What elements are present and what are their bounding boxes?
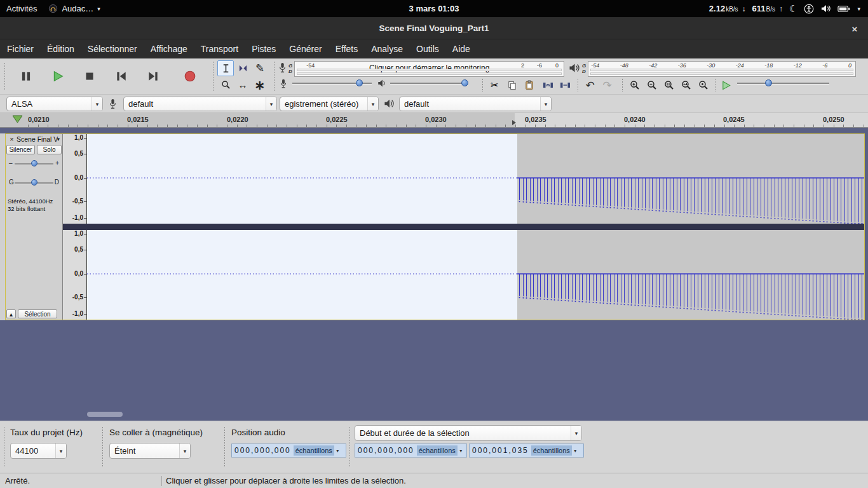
audio-host-combobox[interactable]: ALSA ▾ bbox=[6, 97, 103, 111]
zoom-tool-button[interactable] bbox=[217, 77, 234, 93]
zoom-toggle-button[interactable] bbox=[695, 78, 711, 93]
vertical-scale-ch1[interactable]: 1,0 0,5 0,0 -0,5 -1,0 bbox=[63, 134, 87, 224]
menu-affichage[interactable]: Affichage bbox=[144, 41, 194, 57]
playback-volume-slider[interactable] bbox=[390, 79, 465, 88]
toolbar-gripper[interactable] bbox=[482, 78, 484, 92]
channel-separator[interactable] bbox=[63, 224, 864, 230]
audio-position-field[interactable]: 000,000,000 échantillons ▾ bbox=[231, 444, 346, 458]
chevron-down-icon[interactable]: ▾ bbox=[458, 448, 465, 454]
envelope-tool-button[interactable] bbox=[234, 60, 251, 76]
toolbar-gripper[interactable] bbox=[621, 78, 623, 92]
solo-button[interactable]: Solo bbox=[37, 145, 62, 154]
trim-outside-selection-button[interactable] bbox=[540, 78, 556, 93]
cut-button[interactable]: ✂ bbox=[487, 78, 503, 93]
toolbar-gripper[interactable] bbox=[714, 78, 716, 92]
copy-button[interactable] bbox=[504, 78, 520, 93]
menu-aide[interactable]: Aide bbox=[446, 41, 477, 57]
toolbar-gripper[interactable] bbox=[577, 78, 579, 92]
recording-device-combobox[interactable]: default ▾ bbox=[123, 97, 277, 111]
gain-slider[interactable]: – + bbox=[7, 158, 61, 168]
track-format-info: 32 bits flottant bbox=[8, 205, 45, 212]
menu-analyse[interactable]: Analyse bbox=[365, 41, 409, 57]
zoom-out-button[interactable] bbox=[644, 78, 660, 93]
window-close-button[interactable]: × bbox=[848, 22, 862, 36]
timeline-ruler[interactable]: 0,0210 0,0215 0,0220 0,0225 0,0230 0,023… bbox=[0, 113, 868, 128]
slider-thumb[interactable] bbox=[461, 79, 468, 86]
timeline-options-pin-icon[interactable] bbox=[12, 115, 23, 125]
timeshift-tool-button[interactable]: ↔ bbox=[234, 77, 251, 93]
snap-to-combobox[interactable]: Éteint ▾ bbox=[109, 443, 191, 459]
menu-outils[interactable]: Outils bbox=[410, 41, 445, 57]
menu-effets[interactable]: Effets bbox=[329, 41, 365, 57]
toolbar-gripper[interactable] bbox=[212, 61, 214, 92]
play-button[interactable] bbox=[46, 64, 70, 89]
system-tray[interactable]: 2.12kB/s ↓ 611B/s ↑ ☾ ▾ bbox=[709, 3, 868, 15]
recording-volume-slider[interactable] bbox=[292, 79, 372, 88]
toolbar-gripper[interactable] bbox=[4, 62, 6, 91]
playback-meter-body[interactable]: -54-48-42-36-30-24-18-12-60 bbox=[588, 61, 856, 77]
vertical-scale-ch2[interactable]: 1,0 0,5 0,0 -0,5 -1,0 bbox=[63, 230, 87, 320]
paste-button[interactable] bbox=[521, 78, 537, 93]
play-at-speed-button[interactable] bbox=[718, 78, 734, 93]
speaker-icon bbox=[384, 98, 395, 111]
skip-to-end-button[interactable] bbox=[141, 64, 165, 89]
zoom-to-selection-button[interactable] bbox=[661, 78, 677, 93]
track-select-button[interactable]: Sélection bbox=[18, 309, 57, 318]
pause-button[interactable] bbox=[14, 64, 38, 89]
chevron-down-icon[interactable]: ▾ bbox=[334, 448, 341, 454]
track-close-button[interactable]: × bbox=[8, 135, 16, 143]
toolbar-gripper[interactable] bbox=[349, 426, 351, 467]
track-control-panel[interactable]: × Scene Final V ▾ Silencer Solo – + G D … bbox=[6, 134, 63, 320]
horizontal-scrollbar-thumb[interactable] bbox=[87, 412, 123, 417]
slider-thumb[interactable] bbox=[31, 179, 37, 186]
selection-tool-button[interactable] bbox=[217, 60, 234, 76]
undo-button[interactable]: ↶ bbox=[582, 78, 598, 93]
play-speed-slider[interactable] bbox=[737, 79, 829, 88]
menu-edition[interactable]: Édition bbox=[41, 41, 81, 57]
audio-position-value[interactable]: 000,000,000 bbox=[232, 446, 294, 455]
chevron-down-icon[interactable]: ▾ bbox=[572, 448, 579, 454]
toolbar-gripper[interactable] bbox=[224, 426, 226, 467]
menu-transport[interactable]: Transport bbox=[194, 41, 245, 57]
skip-to-start-button[interactable] bbox=[109, 64, 133, 89]
redo-button[interactable]: ↷ bbox=[599, 78, 615, 93]
slider-thumb[interactable] bbox=[31, 160, 37, 166]
playback-device-combobox[interactable]: default ▾ bbox=[399, 97, 552, 111]
menu-selectionner[interactable]: Sélectionner bbox=[81, 41, 144, 57]
track-workspace[interactable]: × Scene Final V ▾ Silencer Solo – + G D … bbox=[0, 128, 868, 421]
mute-button[interactable]: Silencer bbox=[6, 145, 35, 154]
menu-fichier[interactable]: Fichier bbox=[1, 41, 40, 57]
track-collapse-button[interactable]: ▴ bbox=[6, 309, 16, 318]
waveform-channel-left[interactable] bbox=[87, 134, 864, 224]
selection-length-value[interactable]: 000,001,035 bbox=[470, 446, 531, 455]
toolbar-gripper[interactable] bbox=[102, 426, 104, 467]
audio-track[interactable]: × Scene Final V ▾ Silencer Solo – + G D … bbox=[5, 133, 865, 320]
silence-selection-button[interactable] bbox=[557, 78, 573, 93]
selection-length-field[interactable]: 000,001,035 échantillons ▾ bbox=[469, 444, 584, 458]
pan-slider[interactable]: G D bbox=[7, 177, 61, 187]
toolbar-gripper[interactable] bbox=[273, 61, 275, 92]
slider-thumb[interactable] bbox=[356, 79, 363, 86]
recording-meter-body[interactable]: -54 Cliquer pour démarrer le monitoring … bbox=[294, 61, 564, 77]
waveform-channel-right[interactable] bbox=[87, 230, 864, 320]
stop-button[interactable] bbox=[78, 64, 102, 89]
project-rate-combobox[interactable]: 44100 ▾ bbox=[10, 443, 67, 459]
toolbar-gripper[interactable] bbox=[3, 426, 5, 467]
record-button[interactable] bbox=[178, 64, 202, 89]
slider-thumb[interactable] bbox=[765, 79, 772, 86]
menu-pistes[interactable]: Pistes bbox=[245, 41, 282, 57]
selection-mode-combobox[interactable]: Début et durée de la sélection ▾ bbox=[355, 425, 582, 441]
recording-meter[interactable]: GD -54 Cliquer pour démarrer le monitori… bbox=[278, 60, 564, 77]
track-title[interactable]: Scene Final V bbox=[17, 135, 58, 143]
multi-tool-button[interactable]: ∗ bbox=[252, 77, 268, 93]
menu-generer[interactable]: Générer bbox=[283, 41, 328, 57]
recording-channels-combobox[interactable]: egistrement (stéréo) ▾ bbox=[280, 97, 379, 111]
playback-meter[interactable]: GD -54-48-42-36-30-24-18-12-60 bbox=[569, 60, 856, 77]
selection-start-value[interactable]: 000,000,000 bbox=[355, 446, 417, 455]
fit-project-button[interactable] bbox=[678, 78, 694, 93]
draw-tool-button[interactable]: ✎ bbox=[252, 60, 268, 76]
zoom-in-button[interactable] bbox=[627, 78, 642, 93]
selection-start-field[interactable]: 000,000,000 échantillons ▾ bbox=[355, 444, 467, 458]
track-menu-caret-icon[interactable]: ▾ bbox=[57, 136, 60, 142]
scissors-icon: ✂ bbox=[491, 79, 499, 91]
